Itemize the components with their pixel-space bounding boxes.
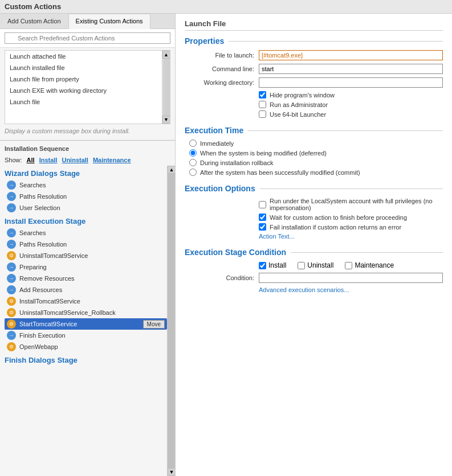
tab-add-custom-action[interactable]: Add Custom Action [0, 14, 68, 28]
stage-list-wizard-dialogs: → Searches → Paths Resolution → User Sel… [0, 179, 167, 214]
immediately-label: Immediately [200, 140, 234, 147]
stage-item[interactable]: → Remove Resources [5, 273, 167, 284]
working-directory-label: Working directory: [185, 79, 259, 86]
stage-item[interactable]: ⚙ UninstallTomcat9Service_Rollback [5, 307, 167, 318]
filter-all[interactable]: All [27, 157, 35, 163]
stage-item[interactable]: → Searches [5, 227, 167, 239]
command-line-row: Command line: [185, 64, 443, 74]
stage-item-label: Preparing [19, 264, 47, 270]
stage-item[interactable]: ⚙ OpenWebapp [5, 341, 167, 352]
stage-item[interactable]: → User Selection [5, 202, 167, 214]
use-64bit-label: Use 64-bit Launcher [270, 111, 326, 118]
file-to-launch-label: File to launch: [185, 52, 259, 59]
install-condition-row: Install [259, 261, 286, 269]
maintenance-condition-checkbox[interactable] [345, 262, 352, 269]
working-directory-input[interactable] [259, 77, 443, 88]
blue-arrow-icon: → [7, 192, 16, 201]
execution-options-section: Execution Options Run under the LocalSys… [185, 184, 443, 240]
search-wrapper: 🔍 [5, 32, 170, 44]
stage-item[interactable]: → Paths Resolution [5, 239, 167, 250]
gear-icon: ⚙ [7, 342, 16, 351]
scroll-up-button[interactable]: ▲ [162, 51, 170, 59]
scroll-up-icon[interactable]: ▲ [168, 166, 175, 174]
stage-item-label: Searches [19, 229, 46, 236]
local-system-row: Run under the LocalSystem account with f… [259, 198, 443, 211]
run-as-admin-checkbox[interactable] [259, 101, 266, 108]
uninstall-condition-row: Uninstall [298, 261, 333, 269]
list-item[interactable]: Launch attached file [5, 51, 162, 62]
command-line-input[interactable] [259, 64, 443, 74]
execution-stage-condition-section: Execution Stage Condition Install Uninst… [185, 248, 443, 293]
advanced-link[interactable]: Advanced execution scenarios... [259, 286, 443, 293]
wait-finish-checkbox[interactable] [259, 214, 266, 221]
left-panel: Add Custom Action Existing Custom Action… [0, 14, 176, 476]
blue-arrow-icon: → [7, 274, 16, 283]
stage-item[interactable]: → Preparing [5, 261, 167, 273]
title-bar: Custom Actions [0, 0, 452, 14]
action-text-link[interactable]: Action Text... [259, 233, 443, 240]
stage-item-label: Paths Resolution [19, 241, 67, 248]
scroll-down-button[interactable]: ▼ [162, 116, 170, 124]
run-as-admin-label: Run as Administrator [270, 101, 328, 108]
hide-window-checkbox[interactable] [259, 91, 266, 99]
stage-condition-checkboxes: Install Uninstall Maintenance [259, 261, 443, 269]
rollback-radio[interactable] [189, 159, 197, 166]
filter-maintenance[interactable]: Maintenance [93, 157, 131, 163]
tab-bar: Add Custom Action Existing Custom Action… [0, 14, 175, 29]
stage-item-selected[interactable]: ⚙ StartTomcat9Service Move [5, 318, 167, 330]
gear-icon: ⚙ [7, 251, 16, 260]
successfully-modified-radio[interactable] [189, 169, 197, 176]
filter-uninstall[interactable]: Uninstall [62, 157, 88, 163]
stage-item[interactable]: → Searches [5, 179, 167, 191]
list-item[interactable]: Launch EXE with working directory [5, 85, 162, 96]
list-item[interactable]: Launch file from property [5, 73, 162, 85]
blue-arrow-icon: → [7, 180, 16, 190]
stage-item-label: OpenWebapp [19, 343, 58, 350]
list-item[interactable]: Launch installed file [5, 62, 162, 73]
stage-item-label: StartTomcat9Service [19, 321, 77, 327]
stage-item[interactable]: ⚙ InstallTomcat9Service [5, 296, 167, 307]
right-panel-title: Launch File [185, 19, 443, 31]
stage-item-label: Paths Resolution [19, 193, 67, 200]
being-modified-radio[interactable] [189, 149, 197, 157]
immediately-radio[interactable] [189, 139, 197, 147]
stage-item-label: Add Resources [19, 286, 62, 293]
install-condition-checkbox[interactable] [259, 262, 266, 269]
uninstall-condition-checkbox[interactable] [298, 262, 305, 269]
move-button[interactable]: Move [143, 320, 165, 329]
hide-window-row: Hide program's window [259, 91, 443, 99]
gear-icon: ⚙ [7, 308, 16, 317]
stage-item-label: Finish Execution [19, 332, 66, 339]
scroll-down-icon[interactable]: ▼ [168, 468, 175, 476]
local-system-label: Run under the LocalSystem account with f… [270, 198, 443, 211]
installation-sequence-label: Installation Sequence [0, 143, 175, 154]
stage-item[interactable]: → Paths Resolution [5, 191, 167, 202]
properties-section: Properties File to launch: Command line:… [185, 36, 443, 118]
stage-item-label: InstallTomcat9Service [19, 298, 80, 305]
local-system-checkbox[interactable] [259, 201, 266, 208]
tab-existing-custom-actions[interactable]: Existing Custom Actions [68, 14, 150, 29]
list-item[interactable]: Launch file [5, 96, 162, 108]
stage-item[interactable]: → Add Resources [5, 284, 167, 296]
blue-arrow-icon: → [7, 262, 16, 272]
execution-stage-condition-header: Execution Stage Condition [185, 248, 443, 257]
fail-install-checkbox[interactable] [259, 223, 266, 231]
search-input[interactable] [5, 32, 170, 44]
successfully-modified-label: After the system has been successfully m… [200, 169, 360, 176]
being-modified-label: When the system is being modified (defer… [200, 150, 327, 157]
hint-text: Display a custom message box during inst… [0, 126, 175, 138]
stage-item[interactable]: → Finish Execution [5, 330, 167, 341]
stage-item-label: UninstallTomcat9Service [19, 252, 88, 259]
condition-input[interactable] [259, 273, 443, 283]
execution-time-section: Execution Time Immediately When the syst… [185, 126, 443, 176]
stage-section: Wizard Dialogs Stage → Searches → Paths … [0, 166, 175, 476]
file-to-launch-row: File to launch: [185, 50, 443, 60]
filter-install[interactable]: Install [39, 157, 58, 163]
use-64bit-checkbox[interactable] [259, 110, 266, 118]
main-container: Custom Actions Add Custom Action Existin… [0, 0, 452, 476]
file-to-launch-input[interactable] [259, 50, 443, 60]
stage-item[interactable]: ⚙ UninstallTomcat9Service [5, 250, 167, 261]
being-modified-row: When the system is being modified (defer… [189, 149, 443, 157]
blue-arrow-icon: → [7, 285, 16, 294]
maintenance-condition-row: Maintenance [345, 261, 394, 269]
